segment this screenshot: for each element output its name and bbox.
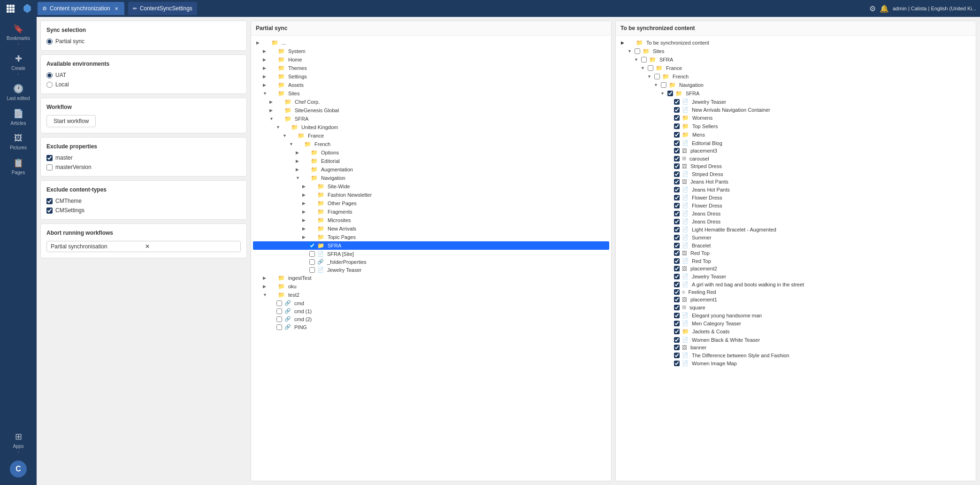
tree-row[interactable]: 📁Womens <box>618 114 974 122</box>
tree-row[interactable]: ▼📁SFRA <box>253 115 609 123</box>
tree-row[interactable]: ▶📁Themes <box>253 64 609 72</box>
tree-checkbox[interactable] <box>674 313 680 318</box>
tree-checkbox[interactable] <box>309 251 315 257</box>
ct-cmsettings[interactable]: CMSettings <box>46 207 241 214</box>
tree-checkbox[interactable] <box>674 195 680 200</box>
tree-row[interactable]: 🔗cmd (2) <box>253 315 609 323</box>
tree-row[interactable]: 📄Red Top <box>618 257 974 265</box>
tree-row[interactable]: ▶📁Topic Pages <box>253 233 609 241</box>
tree-row[interactable]: 📄Editorial Blog <box>618 139 974 147</box>
tree-checkbox[interactable] <box>667 91 673 96</box>
tree-row[interactable]: 📄Women Black & White Teaser <box>618 336 974 344</box>
tab-content-sync[interactable]: ⚙ Content synchronization ✕ <box>38 2 124 15</box>
tree-row[interactable]: ▶📁ingestTest <box>253 274 609 282</box>
tree-row[interactable]: 🖼banner <box>618 344 974 351</box>
tree-row[interactable]: ▶📁System <box>253 47 609 55</box>
tree-row[interactable]: 📄Men Category Teaser <box>618 319 974 327</box>
tree-row[interactable]: 📁SFRA <box>253 241 609 250</box>
env-local[interactable]: Local <box>46 81 241 88</box>
tree-checkbox[interactable] <box>674 235 680 240</box>
tree-checkbox[interactable] <box>648 65 653 71</box>
tree-row[interactable]: ▼📁France <box>618 64 974 72</box>
tree-row[interactable]: 📄SFRA [Site] <box>253 250 609 258</box>
app-logo[interactable] <box>21 2 34 15</box>
tree-checkbox[interactable] <box>635 48 640 54</box>
tree-row[interactable]: ⊞square <box>618 303 974 311</box>
sidebar-item-pages[interactable]: 📋 Pages <box>2 155 35 178</box>
tree-checkbox[interactable] <box>674 361 680 366</box>
tree-checkbox[interactable] <box>674 123 680 129</box>
tree-checkbox[interactable] <box>276 300 282 306</box>
tree-row[interactable]: 📁Top Sellers <box>618 122 974 131</box>
sidebar-item-create[interactable]: ✚ Create › <box>2 51 35 79</box>
tree-checkbox[interactable] <box>276 308 282 314</box>
tree-checkbox[interactable] <box>674 329 680 334</box>
tree-row[interactable]: ▼📁SFRA <box>618 89 974 98</box>
tree-row[interactable]: ▼📁Navigation <box>618 81 974 89</box>
tree-row[interactable]: 🔗cmd (1) <box>253 307 609 315</box>
tree-checkbox[interactable] <box>674 250 680 256</box>
tree-row[interactable]: 📄Jewelry Teaser <box>253 266 609 274</box>
partial-sync-option[interactable]: Partial sync <box>46 38 241 45</box>
tree-row[interactable]: ⊞carousel <box>618 154 974 162</box>
tree-row[interactable]: 📄Women Image Map <box>618 359 974 367</box>
tree-row[interactable]: ▶📁Microsites <box>253 216 609 224</box>
tree-checkbox[interactable] <box>674 337 680 343</box>
tree-row[interactable]: 🖼Red Top <box>618 249 974 257</box>
tree-checkbox[interactable] <box>674 345 680 350</box>
grid-icon[interactable] <box>4 2 17 15</box>
tree-row[interactable]: 📄New Arrivals Navigation Container <box>618 106 974 114</box>
tree-row[interactable]: ▼📁French <box>618 72 974 81</box>
tree-row[interactable]: ▶📁Settings <box>253 72 609 81</box>
tree-row[interactable]: 📄Summer <box>618 233 974 241</box>
tree-checkbox[interactable] <box>674 274 680 279</box>
tree-checkbox[interactable] <box>674 211 680 216</box>
tree-row[interactable]: 🖼placement1 <box>618 296 974 303</box>
tree-row[interactable]: 🔗PING <box>253 323 609 331</box>
tree-row[interactable]: ▶📁Assets <box>253 81 609 89</box>
tree-checkbox[interactable] <box>674 148 680 154</box>
bell-icon[interactable]: 🔔 <box>880 4 889 13</box>
tree-row[interactable]: 📄The Difference between Style and Fashio… <box>618 351 974 359</box>
tree-row[interactable]: 📄Jeans Hot Pants <box>618 185 974 193</box>
tree-checkbox[interactable] <box>674 163 680 169</box>
tree-checkbox[interactable] <box>674 107 680 113</box>
tree-row[interactable]: 🔗cmd <box>253 299 609 307</box>
tree-row[interactable]: 📁Mens <box>618 131 974 139</box>
tree-row[interactable]: ▶📁Augmentation <box>253 165 609 174</box>
tree-row[interactable]: ▶📁oku <box>253 282 609 291</box>
tree-checkbox[interactable] <box>674 132 680 138</box>
tree-checkbox[interactable] <box>674 187 680 192</box>
tree-row[interactable]: ▼📁United Kingdom <box>253 123 609 131</box>
tree-checkbox[interactable] <box>276 316 282 322</box>
tree-row[interactable]: 📄A girl with red bag and boots walking i… <box>618 280 974 288</box>
tree-row[interactable]: 📄Flower Dress <box>618 201 974 209</box>
tree-checkbox[interactable] <box>276 324 282 330</box>
tree-row[interactable]: 📄Jewelry Teaser <box>618 98 974 106</box>
tree-row[interactable]: ▼📁test2 <box>253 291 609 299</box>
sidebar-item-bookmarks[interactable]: 🔖 Bookmarks › <box>2 21 35 49</box>
tree-checkbox[interactable] <box>641 57 647 62</box>
tree-row[interactable]: ▶📁SiteGenesis Global <box>253 106 609 115</box>
tree-row[interactable]: ▶📁Editorial <box>253 157 609 165</box>
sidebar-item-articles[interactable]: 📄 Articles <box>2 106 35 129</box>
tree-checkbox[interactable] <box>674 321 680 326</box>
abort-tag-remove[interactable]: ✕ <box>145 243 237 250</box>
tree-row[interactable]: ▶📁Site-Wide <box>253 182 609 191</box>
tree-checkbox[interactable] <box>674 282 680 287</box>
tree-row[interactable]: ▼📁Sites <box>253 89 609 98</box>
tree-row[interactable]: ▶📁Home <box>253 55 609 64</box>
tree-checkbox[interactable] <box>309 243 315 248</box>
tree-checkbox[interactable] <box>674 171 680 177</box>
tree-checkbox[interactable] <box>309 259 315 265</box>
tree-row[interactable]: 📄Elegant young handsome man <box>618 311 974 319</box>
ct-cmtheme[interactable]: CMTheme <box>46 198 241 204</box>
prop-masterversion[interactable]: masterVersion <box>46 164 241 170</box>
tree-checkbox[interactable] <box>674 179 680 185</box>
tree-row[interactable]: 📄Jewelry Teaser <box>618 272 974 280</box>
tree-row[interactable]: ≡Feeling Red <box>618 288 974 296</box>
tab-close-icon[interactable]: ✕ <box>113 5 120 12</box>
tree-checkbox[interactable] <box>674 140 680 146</box>
tree-checkbox[interactable] <box>654 74 660 79</box>
tree-row[interactable]: 📄Light Hematite Bracelet - Augmented <box>618 225 974 233</box>
